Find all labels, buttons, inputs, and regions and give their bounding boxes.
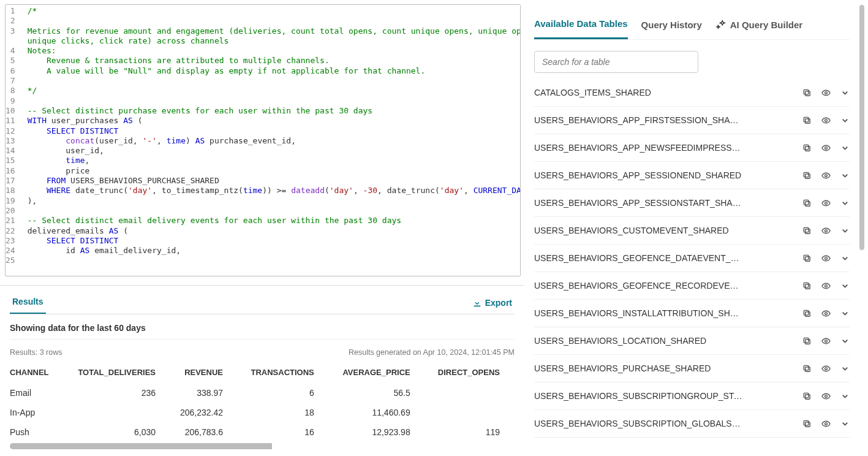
eye-icon[interactable] [821,392,831,401]
copy-icon[interactable] [802,143,812,153]
table-cell: 206,783.6 [170,422,238,442]
copy-icon[interactable] [802,171,812,180]
svg-point-11 [825,174,828,177]
column-header: TRANSACTIONS [238,362,329,383]
chevron-down-icon[interactable] [840,336,850,346]
table-name: USERS_BEHAVIORS_CUSTOMEVENT_SHARED [534,226,729,235]
chevron-down-icon[interactable] [840,199,850,208]
svg-rect-21 [806,284,810,289]
copy-icon[interactable] [802,226,812,235]
table-cell [62,403,170,422]
sql-editor[interactable]: 1234567891011121314151617181920212223242… [5,4,521,276]
chevron-down-icon[interactable] [840,309,850,318]
tab-available-tables[interactable]: Available Data Tables [534,12,628,39]
table-item[interactable]: USERS_BEHAVIORS_GEOFENCE_RECORDEVENT_S..… [534,272,850,300]
table-cell: 119 [425,422,515,442]
table-row: In-App206,232.421811,460.69 [10,403,515,422]
copy-icon[interactable] [802,281,812,291]
table-cell: 338.97 [170,383,238,403]
tab-query-history[interactable]: Query History [641,13,702,39]
table-item[interactable]: CATALOGS_ITEMS_SHARED [534,79,850,107]
copy-icon[interactable] [802,309,812,318]
table-item[interactable]: USERS_BEHAVIORS_SUBSCRIPTIONGROUP_STATE.… [534,382,850,410]
eye-icon[interactable] [821,171,831,180]
table-item[interactable]: USERS_BEHAVIORS_SUBSCRIPTION_GLOBALSTATE… [534,410,850,438]
copy-icon[interactable] [802,116,812,125]
column-header: TOTAL_DELIVERIES [62,362,170,383]
table-name: USERS_BEHAVIORS_SUBSCRIPTIONGROUP_STATE.… [534,391,742,401]
chevron-down-icon[interactable] [840,254,850,263]
svg-point-5 [825,119,828,121]
copy-icon[interactable] [802,364,812,373]
eye-icon[interactable] [821,281,831,291]
eye-icon[interactable] [821,309,831,318]
table-name: USERS_BEHAVIORS_APP_FIRSTSESSION_SHARED [534,115,742,125]
eye-icon[interactable] [821,199,831,208]
table-row: Push6,030206,783.61612,923.98119 [10,422,515,442]
eye-icon[interactable] [821,226,831,235]
chevron-down-icon[interactable] [840,364,850,373]
svg-point-2 [825,91,828,94]
table-item[interactable]: USERS_BEHAVIORS_PURCHASE_SHARED [534,355,850,382]
eye-icon[interactable] [821,116,831,125]
table-item[interactable]: USERS_BEHAVIORS_APP_SESSIONEND_SHARED [534,162,850,189]
table-name: USERS_BEHAVIORS_INSTALLATTRIBUTION_SHARE… [534,308,742,318]
code-area[interactable]: /* Metrics for revenue amount and engage… [20,5,521,267]
eye-icon[interactable] [821,419,831,428]
eye-icon[interactable] [821,88,831,97]
chevron-down-icon[interactable] [840,226,850,235]
copy-icon[interactable] [802,392,812,401]
svg-rect-4 [804,117,809,122]
copy-icon[interactable] [802,199,812,208]
wand-icon [715,19,726,30]
table-item[interactable]: USERS_BEHAVIORS_APP_FIRSTSESSION_SHARED [534,107,850,134]
copy-icon[interactable] [802,336,812,346]
chevron-down-icon[interactable] [840,143,850,153]
svg-rect-10 [804,172,809,177]
tab-results[interactable]: Results [10,292,46,314]
chevron-down-icon[interactable] [840,419,850,428]
svg-rect-24 [806,311,810,316]
copy-icon[interactable] [802,254,812,263]
chevron-down-icon[interactable] [840,88,850,97]
table-item[interactable]: USERS_BEHAVIORS_GEOFENCE_DATAEVENT_SHAR.… [534,245,850,272]
svg-rect-31 [804,365,809,370]
eye-icon[interactable] [821,143,831,153]
export-button[interactable]: Export [470,293,515,313]
chevron-down-icon[interactable] [840,116,850,125]
eye-icon[interactable] [821,336,831,346]
tab-ai-query-builder[interactable]: AI Query Builder [715,13,802,39]
table-cell: 12,923.98 [329,422,425,442]
search-input[interactable] [534,51,698,73]
chevron-down-icon[interactable] [840,171,850,180]
chevron-down-icon[interactable] [840,281,850,291]
svg-rect-12 [806,201,810,206]
svg-rect-30 [806,367,810,371]
svg-rect-25 [804,310,809,315]
table-name: USERS_BEHAVIORS_APP_SESSIONSTART_SHARED [534,198,742,208]
chevron-down-icon[interactable] [840,392,850,401]
svg-point-32 [825,367,828,370]
table-cell: 236 [62,383,170,403]
eye-icon[interactable] [821,254,831,263]
copy-icon[interactable] [802,88,812,97]
table-name: USERS_BEHAVIORS_APP_SESSIONEND_SHARED [534,170,741,180]
table-item[interactable]: USERS_BEHAVIORS_APP_SESSIONSTART_SHARED [534,189,850,217]
svg-rect-9 [806,173,810,178]
table-item[interactable]: USERS_BEHAVIORS_INSTALLATTRIBUTION_SHARE… [534,300,850,327]
results-subtitle: Showing data for the last 60 days [10,314,515,340]
horizontal-scrollbar[interactable] [10,443,515,449]
svg-rect-13 [804,200,809,205]
table-item[interactable]: USERS_BEHAVIORS_APP_NEWSFEEDIMPRESSION_.… [534,134,850,162]
table-cell: Push [10,422,62,442]
sidebar-tabs: Available Data Tables Query History AI Q… [534,12,850,40]
vertical-scrollbar[interactable] [859,5,864,250]
table-item[interactable]: USERS_BEHAVIORS_LOCATION_SHARED [534,327,850,355]
table-cell: 6,030 [62,422,170,442]
svg-rect-34 [804,393,809,398]
copy-icon[interactable] [802,419,812,428]
svg-point-8 [825,146,828,149]
table-row: Email236338.97656.5 [10,383,515,403]
eye-icon[interactable] [821,364,831,373]
table-item[interactable]: USERS_BEHAVIORS_CUSTOMEVENT_SHARED [534,217,850,245]
